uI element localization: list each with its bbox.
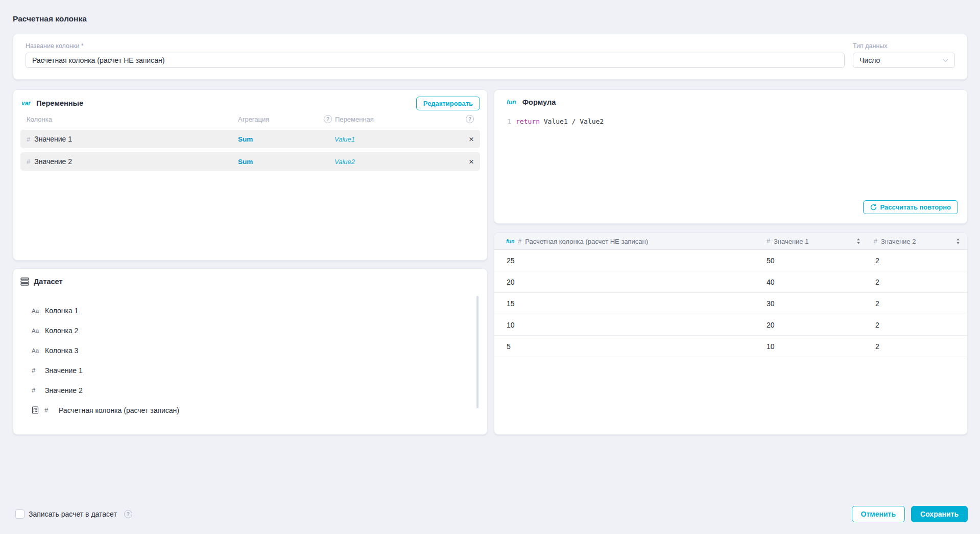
- recalculate-button[interactable]: Рассчитать повторно: [863, 200, 958, 214]
- cell-calculated: 10: [494, 321, 760, 329]
- cell-value2: 2: [868, 299, 967, 308]
- dataset-field-label: Колонка 2: [45, 327, 78, 335]
- variables-card: var Переменные Редактировать Колонка Агр…: [13, 89, 488, 261]
- preview-table-header: fun # Расчетная колонка (расчет НЕ запис…: [494, 233, 967, 250]
- page-title: Расчетная колонка: [13, 14, 968, 24]
- preview-column-label-group: # Значение 1: [767, 238, 808, 245]
- number-type-icon: #: [518, 238, 521, 245]
- variable-name[interactable]: Value1: [324, 135, 456, 143]
- right-column: fun Формула 1 return Value1 / Value2 Рас…: [494, 89, 968, 435]
- left-column: var Переменные Редактировать Колонка Агр…: [13, 89, 488, 435]
- dataset-scrollbar[interactable]: [476, 296, 479, 408]
- preview-column-calculated: fun # Расчетная колонка (расчет НЕ запис…: [494, 238, 760, 245]
- database-icon: [20, 277, 29, 286]
- variables-column-headers: Колонка Агрегация ? Переменная ?: [20, 112, 480, 126]
- number-type-icon: #: [27, 158, 30, 166]
- dataset-header: Датасет: [20, 276, 480, 287]
- fun-tag-icon: fun: [506, 238, 514, 244]
- variable-column-name: Значение 1: [34, 135, 72, 143]
- write-to-dataset-checkbox[interactable]: [15, 509, 25, 519]
- cell-calculated: 5: [494, 342, 760, 351]
- cell-value2: 2: [868, 278, 967, 286]
- preview-column-value1[interactable]: # Значение 1: [760, 238, 868, 245]
- column-name-input[interactable]: [26, 53, 845, 68]
- code-keyword: return: [516, 118, 540, 125]
- dataset-field-item[interactable]: Аа Колонка 3: [20, 340, 480, 360]
- cell-value2: 2: [868, 321, 967, 329]
- data-type-label: Тип данных: [853, 42, 955, 50]
- code-content: return Value1 / Value2: [516, 118, 604, 125]
- variable-row: # Значение 1 Sum Value1 ×: [20, 130, 480, 148]
- formula-card: fun Формула 1 return Value1 / Value2 Рас…: [494, 89, 968, 224]
- preview-column-value2[interactable]: # Значение 2: [868, 238, 967, 245]
- preview-column-label-group: # Значение 2: [874, 238, 916, 245]
- aggregation-value[interactable]: Sum: [238, 135, 324, 143]
- text-type-icon: Аа: [32, 347, 40, 354]
- fun-tag-icon: fun: [507, 99, 516, 106]
- remove-variable-button[interactable]: ×: [469, 135, 474, 144]
- cell-value1: 20: [760, 321, 868, 329]
- number-type-icon: #: [27, 135, 30, 143]
- dataset-field-item[interactable]: Аа Колонка 1: [20, 300, 480, 320]
- remove-variable-button[interactable]: ×: [469, 157, 474, 166]
- number-type-icon: #: [44, 406, 53, 414]
- help-icon[interactable]: ?: [324, 115, 332, 123]
- column-header-variable-group: ? Переменная: [324, 115, 456, 123]
- number-type-icon: #: [32, 386, 40, 394]
- footer-buttons: Отменить Сохранить: [852, 506, 968, 522]
- cancel-button[interactable]: Отменить: [852, 506, 905, 522]
- save-button[interactable]: Сохранить: [911, 506, 968, 522]
- data-type-value: Число: [859, 56, 880, 64]
- text-type-icon: Аа: [32, 328, 40, 334]
- cell-value1: 40: [760, 278, 868, 286]
- edit-variables-button[interactable]: Редактировать: [416, 97, 480, 110]
- cell-value1: 10: [760, 342, 868, 351]
- sort-icon[interactable]: [956, 238, 960, 244]
- variable-row: # Значение 2 Sum Value2 ×: [20, 152, 480, 171]
- var-tag-icon: var: [21, 100, 31, 107]
- help-icon[interactable]: ?: [466, 115, 474, 123]
- cell-value1: 50: [760, 257, 868, 265]
- dataset-title: Датасет: [34, 277, 63, 286]
- cell-calculated: 20: [494, 278, 760, 286]
- table-row: 10 20 2: [494, 314, 967, 336]
- column-settings-card: Название колонки * Тип данных Число: [13, 34, 968, 80]
- dataset-field-label: Колонка 3: [45, 346, 78, 355]
- cell-calculated: 25: [494, 257, 760, 265]
- variable-name[interactable]: Value2: [324, 158, 456, 166]
- dataset-field-item[interactable]: # Значение 2: [20, 380, 480, 400]
- formula-code-editor[interactable]: 1 return Value1 / Value2: [504, 118, 958, 125]
- data-type-select[interactable]: Число: [853, 53, 955, 68]
- column-header-column: Колонка: [27, 115, 238, 123]
- variable-column-cell: # Значение 1: [27, 135, 238, 143]
- column-header-aggregation: Агрегация: [238, 115, 324, 123]
- table-row: 25 50 2: [494, 250, 967, 271]
- dataset-field-list: Аа Колонка 1 Аа Колонка 2 Аа Колонка 3 #…: [20, 300, 480, 420]
- formula-header: fun Формула: [504, 98, 958, 106]
- calculated-field-group: # Расчетная колонка (расчет записан): [32, 406, 179, 414]
- preview-column-label: Значение 2: [881, 238, 916, 245]
- help-icon[interactable]: ?: [124, 510, 132, 518]
- dataset-field-label: Значение 1: [45, 366, 83, 375]
- chevron-down-icon: [943, 59, 948, 62]
- variables-header: var Переменные Редактировать: [20, 96, 480, 110]
- cell-value1: 30: [760, 299, 868, 308]
- calculator-icon: [32, 406, 39, 414]
- table-row: 15 30 2: [494, 293, 967, 314]
- dataset-card: Датасет Аа Колонка 1 Аа Колонка 2 Аа Кол…: [13, 268, 488, 435]
- number-type-icon: #: [767, 238, 770, 245]
- data-type-field: Тип данных Число: [853, 42, 955, 68]
- dataset-field-item[interactable]: # Расчетная колонка (расчет записан): [20, 400, 480, 420]
- number-type-icon: #: [874, 238, 877, 245]
- column-name-field: Название колонки *: [26, 42, 845, 68]
- preview-table-card: fun # Расчетная колонка (расчет НЕ запис…: [494, 233, 968, 435]
- preview-column-label: Значение 1: [774, 238, 809, 245]
- recalculate-label: Рассчитать повторно: [880, 203, 951, 211]
- refresh-icon: [870, 204, 877, 211]
- variable-column-cell: # Значение 2: [27, 157, 238, 166]
- dataset-field-item[interactable]: # Значение 1: [20, 360, 480, 380]
- text-type-icon: Аа: [32, 308, 40, 314]
- aggregation-value[interactable]: Sum: [238, 158, 324, 166]
- sort-icon[interactable]: [856, 238, 861, 244]
- dataset-field-item[interactable]: Аа Колонка 2: [20, 320, 480, 340]
